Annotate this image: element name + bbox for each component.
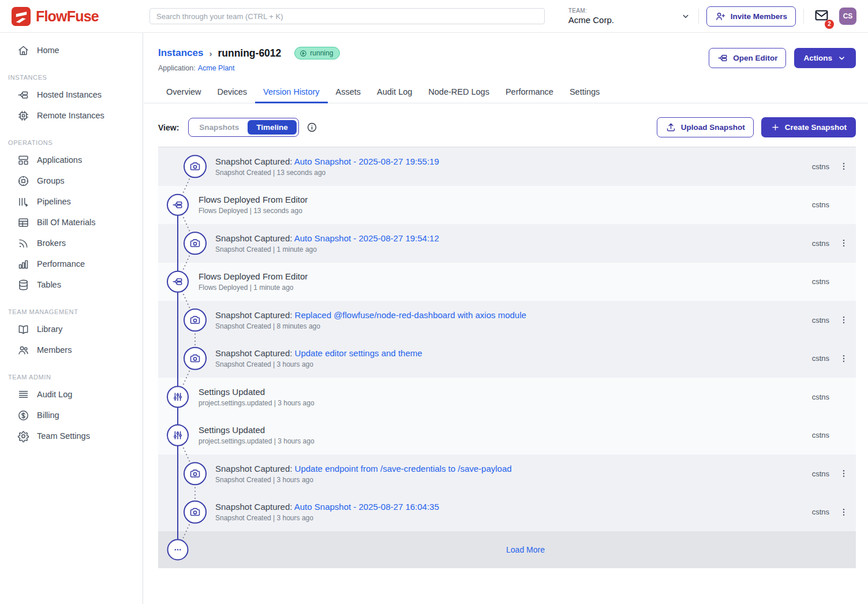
sidebar-item-members[interactable]: Members <box>0 340 143 360</box>
main-content: Instances › running-6012 running Applica… <box>144 33 868 604</box>
tab-node-red-logs[interactable]: Node-RED Logs <box>420 82 497 103</box>
sidebar-item-brokers[interactable]: Brokers <box>0 233 143 253</box>
event-title: Snapshot Captured: Replaced @flowfuse/no… <box>215 310 526 320</box>
toggle-timeline[interactable]: Timeline <box>248 120 297 135</box>
sidebar-item-team-settings[interactable]: Team Settings <box>0 426 143 446</box>
notifications-button[interactable]: 2 <box>814 8 829 25</box>
audit-icon <box>17 389 29 401</box>
kebab-menu-button[interactable] <box>839 161 849 172</box>
timeline-row: Snapshot Captured: Replaced @flowfuse/no… <box>158 301 856 340</box>
event-title: Snapshot Captured: Update endpoint from … <box>215 464 512 473</box>
home-icon <box>17 44 29 57</box>
sidebar-item-applications[interactable]: Applications <box>0 150 143 170</box>
info-icon[interactable] <box>306 122 317 133</box>
event-user: cstns <box>812 393 829 401</box>
sidebar-item-performance[interactable]: Performance <box>0 253 143 274</box>
sidebar-section-instances: INSTANCES <box>8 74 143 81</box>
sidebar-item-tables[interactable]: Tables <box>0 274 143 295</box>
team-name: Acme Corp. <box>568 15 614 25</box>
tab-version-history[interactable]: Version History <box>255 82 328 103</box>
applications-icon <box>17 154 29 166</box>
sidebar-item-hosted-instances[interactable]: Hosted Instances <box>0 84 143 105</box>
tab-settings[interactable]: Settings <box>562 82 608 103</box>
sidebar-item-home[interactable]: Home <box>0 40 143 61</box>
event-meta: Snapshot Created | 3 hours ago <box>215 476 512 484</box>
sidebar-section-team-admin: TEAM ADMIN <box>8 374 143 381</box>
snapshot-link[interactable]: Auto Snapshot - 2025-08-27 19:55:19 <box>294 156 439 166</box>
play-circle-icon <box>300 50 307 57</box>
sidebar-item-label: Applications <box>37 155 82 165</box>
event-title: Settings Updated <box>199 425 315 435</box>
event-body: Snapshot Captured: Auto Snapshot - 2025-… <box>215 233 439 253</box>
event-meta: Snapshot Created | 3 hours ago <box>215 514 439 522</box>
chevron-down-icon <box>680 11 691 21</box>
sidebar-item-audit-log[interactable]: Audit Log <box>0 384 143 405</box>
tab-audit-log[interactable]: Audit Log <box>369 82 420 103</box>
flowfuse-logo-icon <box>12 7 31 26</box>
event-user: cstns <box>812 354 829 363</box>
sidebar-item-label: Team Settings <box>37 431 90 441</box>
create-snapshot-button[interactable]: Create Snapshot <box>761 117 856 137</box>
avatar[interactable]: CS <box>839 8 856 25</box>
kebab-icon <box>839 353 849 364</box>
sidebar-item-bill-of-materials[interactable]: Bill Of Materials <box>0 212 143 233</box>
tab-devices[interactable]: Devices <box>209 82 255 103</box>
header-right: TEAM: Acme Corp. Invite Members 2 CS <box>568 6 868 27</box>
snapshot-link[interactable]: Auto Snapshot - 2025-08-27 16:04:35 <box>294 502 439 512</box>
event-title-prefix: Snapshot Captured: <box>215 310 295 320</box>
kebab-menu-button[interactable] <box>839 468 849 479</box>
tab-overview[interactable]: Overview <box>158 82 209 103</box>
timeline-row: Snapshot Captured: Update editor setting… <box>158 340 856 378</box>
sidebar-item-groups[interactable]: Groups <box>0 170 143 191</box>
view-toolbar: View: Snapshots Timeline Upload Snapshot… <box>158 117 856 147</box>
timeline-row: Settings Updatedproject.settings.updated… <box>158 416 856 455</box>
kebab-menu-button[interactable] <box>839 237 849 249</box>
broker-icon <box>17 237 29 249</box>
event-user: cstns <box>812 316 829 325</box>
tab-performance[interactable]: Performance <box>497 82 562 103</box>
snapshot-link[interactable]: Update endpoint from /save-credentials t… <box>295 464 512 473</box>
open-editor-button[interactable]: Open Editor <box>709 48 786 68</box>
sidebar: HomeINSTANCESHosted InstancesRemote Inst… <box>0 33 143 604</box>
snapshot-link[interactable]: Replaced @flowfuse/node-red-dashboard wi… <box>295 310 526 320</box>
breadcrumb: Instances › running-6012 running <box>158 47 340 59</box>
kebab-menu-button[interactable] <box>839 314 849 326</box>
sidebar-item-remote-instances[interactable]: Remote Instances <box>0 105 143 126</box>
breadcrumb-separator: › <box>209 49 212 58</box>
kebab-icon <box>839 161 849 171</box>
sidebar-item-label: Groups <box>37 176 65 185</box>
flowfuse-logo[interactable]: FlowFuse <box>0 7 143 26</box>
sidebar-item-library[interactable]: Library <box>0 319 143 340</box>
team-selector[interactable]: TEAM: Acme Corp. <box>568 8 691 25</box>
toggle-snapshots[interactable]: Snapshots <box>190 120 248 135</box>
sidebar-item-pipelines[interactable]: Pipelines <box>0 191 143 212</box>
actions-button[interactable]: Actions <box>794 48 856 68</box>
event-right: cstns <box>812 314 856 326</box>
event-body: Snapshot Captured: Update editor setting… <box>215 348 422 368</box>
event-title: Flows Deployed From Editor <box>199 271 308 281</box>
kebab-menu-button[interactable] <box>839 506 849 518</box>
upload-snapshot-button[interactable]: Upload Snapshot <box>657 117 754 137</box>
snapshot-link[interactable]: Update editor settings and theme <box>295 348 422 358</box>
sidebar-section-operations: OPERATIONS <box>8 139 143 146</box>
event-title-prefix: Snapshot Captured: <box>215 156 294 166</box>
sidebar-item-label: Pipelines <box>37 197 71 206</box>
event-right: cstns <box>812 353 856 364</box>
load-more-link[interactable]: Load More <box>506 545 545 554</box>
search-input[interactable] <box>149 8 545 24</box>
event-user: cstns <box>812 469 829 478</box>
page-actions: Open Editor Actions <box>709 48 856 68</box>
kebab-icon <box>839 507 849 517</box>
divider <box>803 9 804 24</box>
snapshot-link[interactable]: Auto Snapshot - 2025-08-27 19:54:12 <box>294 233 439 243</box>
invite-members-button[interactable]: Invite Members <box>706 6 796 27</box>
event-right: cstns <box>812 468 856 479</box>
kebab-menu-button[interactable] <box>839 353 849 364</box>
breadcrumb-instances-link[interactable]: Instances <box>158 47 203 59</box>
application-link[interactable]: Acme Plant <box>198 64 235 72</box>
event-body: Snapshot Captured: Replaced @flowfuse/no… <box>215 310 526 330</box>
event-body: Flows Deployed From EditorFlows Deployed… <box>199 271 308 292</box>
tab-assets[interactable]: Assets <box>328 82 369 103</box>
timeline-row: Snapshot Captured: Auto Snapshot - 2025-… <box>158 224 856 263</box>
sidebar-item-billing[interactable]: Billing <box>0 405 143 426</box>
